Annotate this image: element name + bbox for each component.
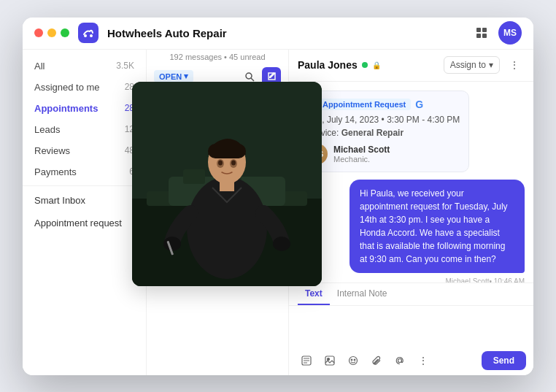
app-window: Hotwheels Auto Repair MS All 3.5K Assign… [23,18,533,375]
open-filter-badge[interactable]: OPEN ▾ [154,70,193,82]
svg-rect-5 [482,34,487,38]
attach-button[interactable] [366,350,387,371]
chat-messages: Appointment Request G Tue, July 14, 2023… [289,82,533,283]
svg-rect-3 [482,28,487,32]
google-icon: G [415,99,423,110]
chevron-down-icon: ▾ [184,72,188,81]
image-button[interactable] [320,350,340,371]
sidebar-item-smart-inbox[interactable]: Smart Inbox [23,189,146,212]
message-meta: Michael Scott• 10:46 AM [445,277,525,283]
svg-rect-2 [476,28,481,32]
svg-rect-28 [325,356,334,365]
mechanic-info: MS Michael Scott Mechanic. [307,144,460,164]
mention-button[interactable] [390,350,410,371]
user-avatar-button[interactable]: MS [498,21,522,45]
svg-rect-19 [220,180,234,191]
contact-name: Paula Jones 🔒 [298,59,381,71]
sidebar-item-all[interactable]: All 3.5K [23,55,146,77]
tab-text[interactable]: Text [298,283,330,305]
appointment-card: Appointment Request G Tue, July 14, 2023… [298,91,469,172]
sidebar-item-assigned[interactable]: Assigned to me 28 [23,77,146,98]
svg-point-30 [350,356,358,364]
outgoing-message: Hi Paula, we received your appointment r… [350,180,525,273]
sidebar-item-reviews[interactable]: Reviews 48 [23,140,146,161]
svg-rect-14 [183,169,205,184]
main-content: All 3.5K Assigned to me 28 Appointments … [23,50,533,375]
chat-header: Paula Jones 🔒 Assign to ▾ ⋮ [289,50,533,82]
svg-point-0 [84,34,87,37]
svg-line-7 [251,78,254,81]
sidebar-item-appointment-request[interactable]: Appointment request [23,212,146,234]
titlebar-actions: MS [471,21,522,45]
send-button[interactable]: Send [482,351,526,370]
chat-area: Paula Jones 🔒 Assign to ▾ ⋮ [289,50,533,375]
svg-point-20 [163,237,181,251]
compose-area: Text Internal Note [289,283,533,375]
app-logo [78,23,99,43]
svg-point-32 [354,359,355,361]
svg-point-21 [273,237,290,251]
sidebar-item-appointments[interactable]: Appointments 28 [23,98,146,119]
format-button[interactable] [296,350,317,371]
inbox-meta: 192 messages • 45 unread [147,50,288,64]
more-options-button[interactable]: ⋮ [504,55,525,75]
svg-point-24 [218,160,223,165]
svg-rect-18 [208,144,246,158]
sidebar-item-payments[interactable]: Payments 6 [23,161,146,182]
svg-point-31 [351,359,352,361]
svg-point-1 [90,34,93,37]
assign-button[interactable]: Assign to ▾ [444,56,500,74]
app-title: Hotwheels Auto Repair [107,27,462,39]
mechanic-photo [132,82,322,286]
tab-internal-note[interactable]: Internal Note [330,283,395,305]
message-input[interactable] [298,312,525,338]
chevron-down-icon: ▾ [489,60,493,70]
close-button[interactable] [34,28,43,37]
sidebar: All 3.5K Assigned to me 28 Appointments … [23,50,147,375]
svg-point-6 [246,73,252,79]
more-toolbar-button[interactable]: ⋮ [413,350,433,371]
sidebar-item-leads[interactable]: Leads 12 [23,119,146,140]
appointment-badge: Appointment Request [307,99,411,110]
mechanic-illustration [132,82,322,286]
svg-point-25 [231,160,236,165]
svg-point-16 [187,177,267,279]
compose-input-area [289,306,533,346]
svg-rect-4 [476,34,481,38]
grid-view-button[interactable] [471,22,493,44]
chat-header-actions: Assign to ▾ ⋮ [444,55,525,75]
lock-icon: 🔒 [372,61,381,69]
svg-point-29 [328,358,330,360]
emoji-button[interactable] [343,350,363,371]
maximize-button[interactable] [61,28,69,37]
online-status [362,62,368,68]
compose-toolbar: ⋮ Send [289,346,533,375]
traffic-lights [34,28,69,37]
minimize-button[interactable] [47,28,56,37]
compose-tabs: Text Internal Note [289,283,533,306]
titlebar: Hotwheels Auto Repair MS [23,18,533,50]
sidebar-divider [23,185,146,186]
